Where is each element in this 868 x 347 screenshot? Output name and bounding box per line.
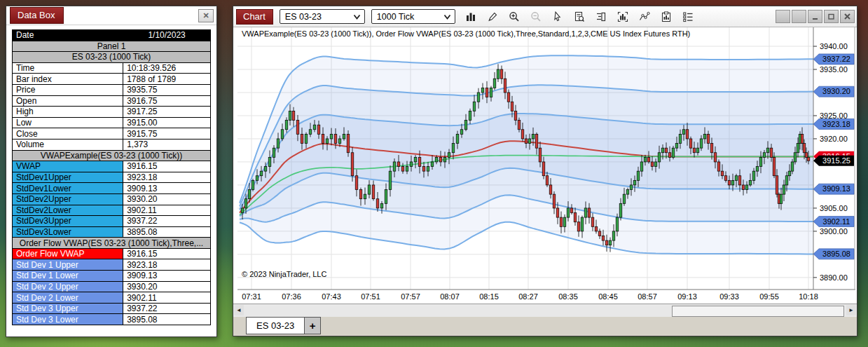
row-label: Order Flow VWAP [13, 248, 123, 259]
restore-button[interactable] [824, 10, 839, 23]
y-tick-label: 3935.00 [820, 65, 848, 74]
x-tick-label: 08:35 [558, 292, 578, 301]
minimize-button[interactable] [808, 10, 822, 23]
table-row: ES 03-23 (1000 Tick) [13, 52, 211, 63]
strategies-icon[interactable] [659, 10, 673, 24]
row-value: 3937.22 [123, 216, 211, 227]
table-row: Std Dev 3 Upper3937.22 [13, 303, 211, 314]
y-tick-label: 3920.00 [820, 135, 848, 143]
table-row: Price3935.75 [13, 84, 211, 95]
price-tag-value: 3930.20 [822, 87, 850, 95]
table-row: StdDev2Upper3930.20 [13, 193, 211, 205]
row-value: 3923.18 [123, 259, 211, 271]
x-tick-label: 07:36 [282, 292, 301, 301]
databox-close-button[interactable]: ✕ [198, 9, 214, 22]
databox-titlebar[interactable]: Data Box ✕ [6, 6, 216, 25]
databox-table: Date1/10/2023Panel 1ES 03-23 (1000 Tick)… [12, 29, 211, 325]
scroll-right-icon[interactable]: ► [846, 305, 856, 315]
toolbar-icons [464, 10, 695, 24]
chart-canvas: 3940.003935.003925.003920.003905.003900.… [233, 27, 857, 304]
table-row: Close3915.75 [13, 128, 211, 140]
row-value: 3909.13 [123, 183, 211, 194]
chart-style-icon[interactable] [464, 10, 478, 24]
table-row: Std Dev 2 Lower3902.11 [13, 292, 211, 304]
price-tag-value: 3909.13 [822, 184, 850, 193]
x-tick-label: 07:51 [361, 292, 380, 301]
row-label: Bar index [13, 74, 123, 85]
copyright-label: © 2023 NinjaTrader, LLC [242, 270, 326, 278]
price-tag-value: 3923.18 [822, 120, 850, 128]
interval-select[interactable]: 1000 Tick [371, 9, 455, 24]
x-tick-label: 09:33 [719, 292, 739, 301]
drawing-tools-icon[interactable] [638, 10, 652, 24]
table-row: Std Dev 1 Lower3909.13 [13, 271, 211, 282]
table-row: StdDev3Lower3895.08 [13, 226, 211, 238]
section-header: Panel 1 [13, 41, 211, 52]
table-row: High3917.25 [13, 107, 211, 118]
row-value: 3902.11 [123, 292, 211, 304]
last-price-tag: 3915.25 [813, 156, 854, 166]
pointer-icon[interactable] [551, 10, 565, 24]
price-chart[interactable]: 3940.003935.003925.003920.003905.003900.… [237, 27, 855, 304]
table-row: StdDev3Upper3937.22 [13, 216, 211, 227]
row-label: Price [13, 84, 123, 95]
tab-es-03-23[interactable]: ES 03-23 [246, 317, 305, 334]
section-header: VWAPExample(ES 03-23 (1000 Tick)) [13, 150, 211, 161]
zoom-out-icon[interactable] [529, 10, 543, 24]
properties-icon[interactable] [681, 10, 695, 24]
x-tick-label: 08:15 [479, 292, 499, 301]
x-tick-label: 08:57 [638, 292, 657, 301]
band-price-tag: 3923.18 [813, 118, 854, 129]
scroll-left-icon[interactable]: ◄ [234, 305, 244, 315]
row-value: 3895.08 [123, 314, 211, 325]
x-axis-labels: 07:3107:3607:4307:5107:5708:0708:1508:27… [242, 292, 818, 301]
y-tick-label: 3890.00 [820, 273, 848, 282]
table-row: Panel 1 [13, 41, 211, 52]
table-row: Low3915.00 [13, 117, 211, 128]
x-tick-label: 07:43 [322, 292, 341, 301]
drawing-pencil-icon[interactable] [485, 10, 500, 24]
row-label: High [13, 107, 123, 118]
row-label: Std Dev 2 Upper [13, 281, 123, 292]
row-value: 3915.75 [123, 128, 211, 140]
zoom-in-icon[interactable] [507, 10, 521, 24]
table-row: VWAPExample(ES 03-23 (1000 Tick)) [13, 150, 211, 161]
data-box-icon[interactable] [572, 10, 586, 24]
row-value: 1/10/2023 [123, 30, 211, 41]
row-value: 10:18:39.526 [123, 62, 211, 74]
table-row: Std Dev 2 Upper3930.20 [13, 281, 211, 292]
add-tab-button[interactable]: + [305, 317, 321, 334]
row-value: 3916.75 [123, 95, 211, 107]
scrollbar-thumb[interactable] [672, 306, 844, 317]
chart-window-title: Chart [236, 9, 273, 25]
instrument-select[interactable]: ES 03-23 [280, 9, 365, 24]
row-value: 3930.20 [123, 281, 211, 292]
chart-trader-icon[interactable] [594, 10, 608, 24]
row-label: Std Dev 3 Lower [13, 314, 123, 325]
table-row: Std Dev 1 Upper3923.18 [13, 259, 211, 271]
row-label: Close [13, 128, 123, 140]
row-label: StdDev3Lower [13, 226, 123, 238]
blank-button-1[interactable] [776, 10, 790, 23]
databox-title: Data Box [10, 7, 64, 24]
price-tag-value: 3895.08 [822, 250, 850, 258]
row-label: Time [13, 62, 123, 74]
row-value: 1788 of 1789 [123, 74, 211, 85]
indicators-icon[interactable] [616, 10, 630, 24]
window-buttons [776, 10, 857, 23]
row-value: 3916.15 [123, 161, 211, 172]
table-row: Volume1,373 [13, 139, 211, 150]
row-label: StdDev2Lower [13, 205, 123, 216]
row-value: 1,373 [123, 139, 211, 150]
y-tick-label: 3940.00 [820, 42, 848, 50]
chart-hscrollbar[interactable]: ◄ ► [233, 304, 857, 317]
table-row: Date1/10/2023 [13, 30, 211, 41]
chevron-down-icon [443, 13, 451, 20]
row-label: Std Dev 1 Lower [13, 271, 123, 282]
x-tick-label: 08:07 [440, 292, 460, 301]
row-value: 3909.13 [123, 271, 211, 282]
blank-button-2[interactable] [792, 10, 806, 23]
band-price-tag: 3902.11 [813, 216, 854, 226]
row-label: Volume [13, 139, 123, 150]
close-button[interactable] [840, 10, 855, 23]
